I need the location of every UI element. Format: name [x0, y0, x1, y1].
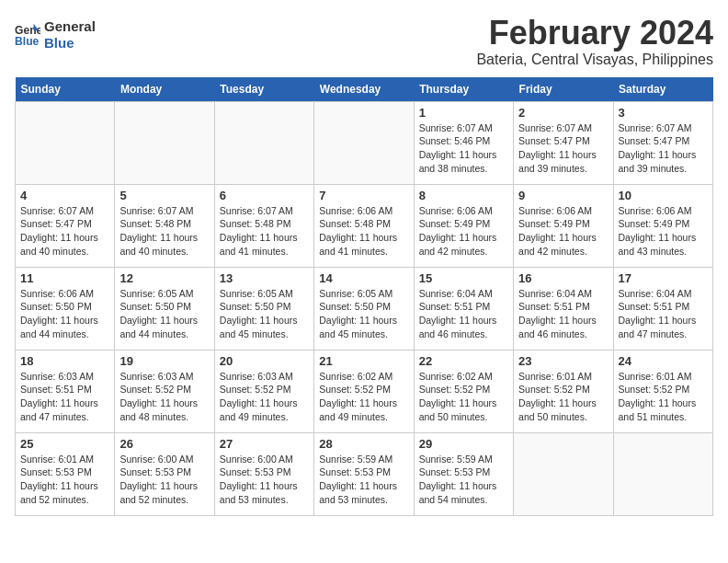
calendar-cell: 27Sunrise: 6:00 AMSunset: 5:53 PMDayligh…: [214, 432, 313, 515]
calendar-cell: 29Sunrise: 5:59 AMSunset: 5:53 PMDayligh…: [414, 432, 513, 515]
day-info: Sunrise: 6:00 AMSunset: 5:53 PMDaylight:…: [119, 453, 209, 507]
calendar-cell: 13Sunrise: 6:05 AMSunset: 5:50 PMDayligh…: [214, 267, 313, 350]
day-info: Sunrise: 6:06 AMSunset: 5:50 PMDaylight:…: [20, 287, 109, 341]
day-info: Sunrise: 6:03 AMSunset: 5:52 PMDaylight:…: [119, 370, 209, 424]
day-number: 18: [20, 354, 109, 368]
day-info: Sunrise: 5:59 AMSunset: 5:53 PMDaylight:…: [319, 453, 408, 507]
day-number: 9: [518, 189, 608, 202]
logo-icon: General Blue: [15, 22, 40, 48]
weekday-header-saturday: Saturday: [613, 77, 712, 102]
calendar-cell: [214, 101, 313, 184]
day-number: 21: [319, 354, 408, 368]
day-number: 6: [220, 189, 309, 202]
calendar-cell: 4Sunrise: 6:07 AMSunset: 5:47 PMDaylight…: [16, 184, 115, 267]
day-info: Sunrise: 5:59 AMSunset: 5:53 PMDaylight:…: [419, 453, 508, 507]
day-number: 22: [419, 354, 508, 368]
day-info: Sunrise: 6:01 AMSunset: 5:52 PMDaylight:…: [518, 370, 608, 424]
title-block: February 2024 Bateria, Central Visayas, …: [476, 15, 713, 68]
calendar-cell: 24Sunrise: 6:01 AMSunset: 5:52 PMDayligh…: [613, 350, 712, 432]
day-number: 19: [119, 354, 209, 368]
logo: General Blue General Blue: [15, 18, 96, 52]
calendar-cell: 15Sunrise: 6:04 AMSunset: 5:51 PMDayligh…: [414, 267, 513, 350]
calendar-cell: 26Sunrise: 6:00 AMSunset: 5:53 PMDayligh…: [115, 432, 214, 515]
day-number: 17: [619, 271, 708, 285]
logo-blue: Blue: [44, 35, 96, 52]
day-number: 12: [119, 271, 209, 285]
day-number: 29: [419, 437, 508, 451]
location-title: Bateria, Central Visayas, Philippines: [476, 52, 713, 68]
day-info: Sunrise: 6:05 AMSunset: 5:50 PMDaylight:…: [119, 287, 209, 341]
svg-text:Blue: Blue: [15, 35, 40, 48]
calendar-cell: 8Sunrise: 6:06 AMSunset: 5:49 PMDaylight…: [414, 184, 513, 267]
day-info: Sunrise: 6:07 AMSunset: 5:48 PMDaylight:…: [119, 204, 209, 259]
day-info: Sunrise: 6:07 AMSunset: 5:47 PMDaylight:…: [619, 121, 708, 176]
calendar-cell: [514, 432, 613, 515]
day-number: 16: [518, 271, 608, 285]
calendar-cell: 7Sunrise: 6:06 AMSunset: 5:48 PMDaylight…: [314, 184, 414, 267]
day-number: 2: [518, 106, 608, 120]
weekday-header-row: SundayMondayTuesdayWednesdayThursdayFrid…: [16, 77, 713, 102]
calendar-cell: [16, 101, 115, 184]
calendar-cell: 10Sunrise: 6:06 AMSunset: 5:49 PMDayligh…: [613, 184, 712, 267]
calendar-cell: 11Sunrise: 6:06 AMSunset: 5:50 PMDayligh…: [16, 267, 115, 350]
day-info: Sunrise: 6:06 AMSunset: 5:49 PMDaylight:…: [619, 204, 708, 259]
page-header: General Blue General Blue February 2024 …: [15, 15, 713, 68]
day-number: 20: [220, 354, 309, 368]
calendar-cell: 6Sunrise: 6:07 AMSunset: 5:48 PMDaylight…: [214, 184, 313, 267]
day-info: Sunrise: 6:02 AMSunset: 5:52 PMDaylight:…: [319, 370, 408, 424]
calendar-cell: 14Sunrise: 6:05 AMSunset: 5:50 PMDayligh…: [314, 267, 414, 350]
day-number: 8: [419, 189, 508, 202]
calendar-cell: 1Sunrise: 6:07 AMSunset: 5:46 PMDaylight…: [414, 101, 513, 184]
calendar-week-row: 1Sunrise: 6:07 AMSunset: 5:46 PMDaylight…: [16, 101, 713, 184]
weekday-header-monday: Monday: [115, 77, 214, 102]
weekday-header-friday: Friday: [514, 77, 613, 102]
day-info: Sunrise: 6:03 AMSunset: 5:51 PMDaylight:…: [20, 370, 109, 424]
calendar-week-row: 4Sunrise: 6:07 AMSunset: 5:47 PMDaylight…: [16, 184, 713, 267]
day-info: Sunrise: 6:01 AMSunset: 5:52 PMDaylight:…: [619, 370, 708, 424]
day-number: 15: [419, 271, 508, 285]
day-number: 25: [20, 437, 109, 451]
day-info: Sunrise: 6:07 AMSunset: 5:46 PMDaylight:…: [419, 121, 508, 176]
day-info: Sunrise: 6:05 AMSunset: 5:50 PMDaylight:…: [319, 287, 408, 341]
day-info: Sunrise: 6:01 AMSunset: 5:53 PMDaylight:…: [20, 453, 109, 507]
day-info: Sunrise: 6:00 AMSunset: 5:53 PMDaylight:…: [220, 453, 309, 507]
day-number: 11: [20, 271, 109, 285]
day-info: Sunrise: 6:04 AMSunset: 5:51 PMDaylight:…: [619, 287, 708, 341]
day-info: Sunrise: 6:04 AMSunset: 5:51 PMDaylight:…: [518, 287, 608, 341]
logo-general: General: [44, 18, 96, 35]
day-number: 13: [220, 271, 309, 285]
calendar-cell: 17Sunrise: 6:04 AMSunset: 5:51 PMDayligh…: [613, 267, 712, 350]
calendar-cell: 16Sunrise: 6:04 AMSunset: 5:51 PMDayligh…: [514, 267, 613, 350]
calendar-cell: [115, 101, 214, 184]
weekday-header-thursday: Thursday: [414, 77, 513, 102]
day-number: 26: [119, 437, 209, 451]
day-number: 24: [619, 354, 708, 368]
day-info: Sunrise: 6:05 AMSunset: 5:50 PMDaylight:…: [220, 287, 309, 341]
day-number: 10: [619, 189, 708, 202]
day-info: Sunrise: 6:02 AMSunset: 5:52 PMDaylight:…: [419, 370, 508, 424]
day-number: 5: [119, 189, 209, 202]
calendar-week-row: 18Sunrise: 6:03 AMSunset: 5:51 PMDayligh…: [16, 350, 713, 432]
day-number: 28: [319, 437, 408, 451]
weekday-header-wednesday: Wednesday: [314, 77, 414, 102]
calendar-cell: 28Sunrise: 5:59 AMSunset: 5:53 PMDayligh…: [314, 432, 414, 515]
day-info: Sunrise: 6:04 AMSunset: 5:51 PMDaylight:…: [419, 287, 508, 341]
calendar-cell: 20Sunrise: 6:03 AMSunset: 5:52 PMDayligh…: [214, 350, 313, 432]
day-info: Sunrise: 6:07 AMSunset: 5:48 PMDaylight:…: [220, 204, 309, 259]
weekday-header-sunday: Sunday: [16, 77, 115, 102]
calendar-table: SundayMondayTuesdayWednesdayThursdayFrid…: [15, 77, 713, 516]
calendar-cell: 9Sunrise: 6:06 AMSunset: 5:49 PMDaylight…: [514, 184, 613, 267]
calendar-cell: 25Sunrise: 6:01 AMSunset: 5:53 PMDayligh…: [16, 432, 115, 515]
calendar-cell: 18Sunrise: 6:03 AMSunset: 5:51 PMDayligh…: [16, 350, 115, 432]
calendar-week-row: 25Sunrise: 6:01 AMSunset: 5:53 PMDayligh…: [16, 432, 713, 515]
calendar-cell: 21Sunrise: 6:02 AMSunset: 5:52 PMDayligh…: [314, 350, 414, 432]
calendar-cell: 23Sunrise: 6:01 AMSunset: 5:52 PMDayligh…: [514, 350, 613, 432]
day-number: 3: [619, 106, 708, 120]
calendar-cell: [314, 101, 414, 184]
day-info: Sunrise: 6:06 AMSunset: 5:49 PMDaylight:…: [419, 204, 508, 259]
day-number: 14: [319, 271, 408, 285]
day-info: Sunrise: 6:07 AMSunset: 5:47 PMDaylight:…: [20, 204, 109, 259]
day-number: 7: [319, 189, 408, 202]
day-info: Sunrise: 6:06 AMSunset: 5:48 PMDaylight:…: [319, 204, 408, 259]
calendar-week-row: 11Sunrise: 6:06 AMSunset: 5:50 PMDayligh…: [16, 267, 713, 350]
